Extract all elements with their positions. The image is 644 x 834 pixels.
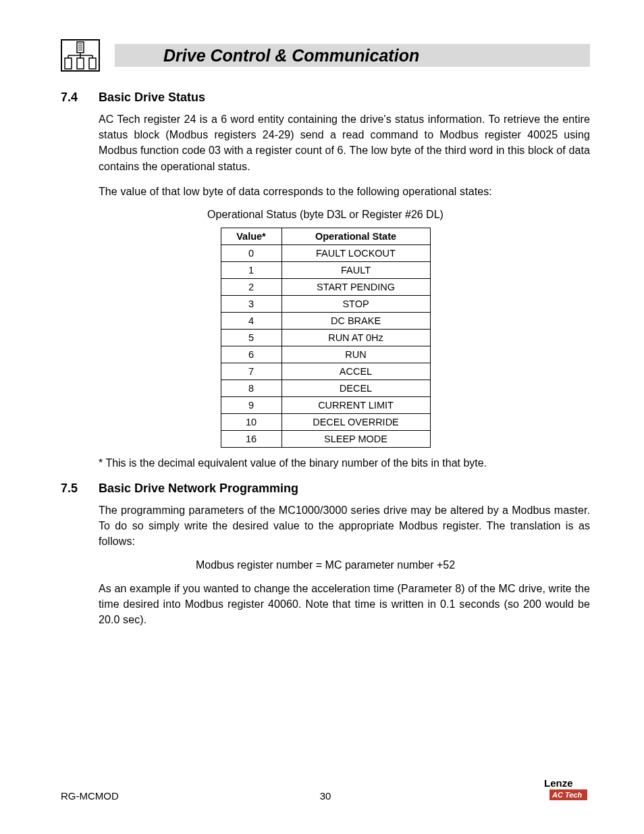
cell-state: DECEL OVERRIDE [281, 413, 430, 430]
cell-state: RUN [281, 346, 430, 363]
cell-value: 5 [221, 329, 281, 346]
equation-line: Modbus register number = MC parameter nu… [61, 559, 590, 571]
paragraph: As an example if you wanted to change th… [99, 581, 590, 628]
table-caption: Operational Status (byte D3L or Register… [61, 209, 590, 221]
paragraph: The programming parameters of the MC1000… [99, 502, 590, 550]
table-footnote: * This is the decimal equivalent value o… [99, 457, 590, 469]
status-table: Value* Operational State 0FAULT LOCKOUT … [221, 228, 431, 448]
section-body: As an example if you wanted to change th… [99, 581, 590, 628]
cell-state: RUN AT 0Hz [281, 329, 430, 346]
title-bar: Drive Control & Communication [115, 44, 590, 67]
table-row: 1FAULT [221, 261, 430, 278]
table-row: 2START PENDING [221, 278, 430, 295]
table-row: 9CURRENT LIMIT [221, 396, 430, 413]
cell-value: 8 [221, 380, 281, 396]
svg-text:Lenze: Lenze [544, 777, 573, 789]
paragraph: The value of that low byte of data corre… [99, 184, 590, 199]
cell-state: CURRENT LIMIT [281, 396, 430, 413]
page-container: Drive Control & Communication 7.4 Basic … [0, 0, 644, 834]
section-body: The programming parameters of the MC1000… [99, 502, 590, 550]
cell-value: 3 [221, 295, 281, 312]
drive-icon [61, 39, 100, 72]
cell-value: 2 [221, 278, 281, 295]
page-footer: RG-MCMOD 30 Lenze AC Tech [61, 777, 590, 802]
section-number: 7.5 [61, 481, 84, 496]
table-row: 10DECEL OVERRIDE [221, 413, 430, 430]
cell-state: DC BRAKE [281, 312, 430, 329]
cell-value: 16 [221, 430, 281, 447]
section-heading: 7.4 Basic Drive Status [61, 90, 590, 105]
cell-value: 9 [221, 396, 281, 413]
cell-state: ACCEL [281, 363, 430, 380]
section-7-5: 7.5 Basic Drive Network Programming The … [61, 481, 590, 627]
section-body: AC Tech register 24 is a 6 word entity c… [99, 111, 590, 199]
cell-value: 7 [221, 363, 281, 380]
table-row: 7ACCEL [221, 363, 430, 380]
cell-value: 10 [221, 413, 281, 430]
cell-state: START PENDING [281, 278, 430, 295]
table-row: 6RUN [221, 346, 430, 363]
page-title: Drive Control & Communication [163, 46, 419, 66]
section-title: Basic Drive Status [99, 90, 205, 105]
cell-state: STOP [281, 295, 430, 312]
svg-rect-1 [77, 42, 84, 53]
cell-value: 6 [221, 346, 281, 363]
svg-rect-7 [77, 58, 84, 69]
cell-value: 1 [221, 261, 281, 278]
table-row: 0FAULT LOCKOUT [221, 244, 430, 261]
table-row: 8DECEL [221, 380, 430, 396]
table-row: 16SLEEP MODE [221, 430, 430, 447]
cell-state: FAULT [281, 261, 430, 278]
cell-state: SLEEP MODE [281, 430, 430, 447]
table-row: 3STOP [221, 295, 430, 312]
page-number: 30 [61, 790, 590, 802]
section-7-4: 7.4 Basic Drive Status AC Tech register … [61, 90, 590, 469]
cell-state: DECEL [281, 380, 430, 396]
col-header-state: Operational State [281, 228, 430, 244]
svg-rect-8 [89, 58, 96, 69]
svg-rect-6 [65, 58, 72, 69]
section-number: 7.4 [61, 90, 84, 105]
paragraph: AC Tech register 24 is a 6 word entity c… [99, 111, 590, 174]
cell-state: FAULT LOCKOUT [281, 244, 430, 261]
col-header-value: Value* [221, 228, 281, 244]
cell-value: 4 [221, 312, 281, 329]
section-heading: 7.5 Basic Drive Network Programming [61, 481, 590, 496]
table-header-row: Value* Operational State [221, 228, 430, 244]
page-header: Drive Control & Communication [61, 39, 590, 72]
cell-value: 0 [221, 244, 281, 261]
table-row: 4DC BRAKE [221, 312, 430, 329]
section-title: Basic Drive Network Programming [99, 481, 298, 496]
table-row: 5RUN AT 0Hz [221, 329, 430, 346]
